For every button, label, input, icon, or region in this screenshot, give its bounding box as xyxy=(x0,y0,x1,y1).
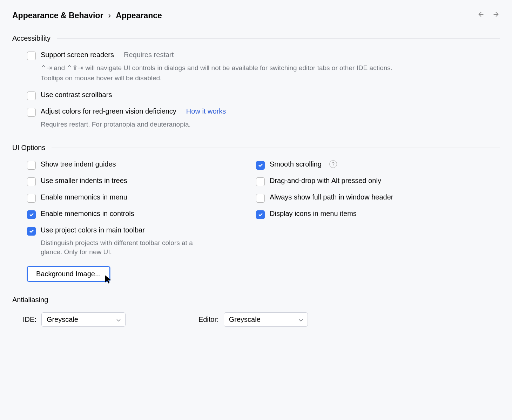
checkbox-smooth-scrolling[interactable] xyxy=(256,161,265,170)
checkbox-drag-drop-alt[interactable] xyxy=(256,177,265,186)
chevron-down-icon xyxy=(116,316,121,324)
label-smooth-scrolling: Smooth scrolling xyxy=(270,160,322,168)
checkbox-mnemonics-controls[interactable] xyxy=(27,210,36,219)
label-contrast-scrollbars: Use contrast scrollbars xyxy=(41,91,112,99)
label-full-path-header: Always show full path in window header xyxy=(270,193,393,201)
link-how-it-works[interactable]: How it works xyxy=(186,107,226,115)
description-project-colors: Distinguish projects with different tool… xyxy=(41,238,206,257)
label-editor-aa: Editor: xyxy=(198,316,219,324)
breadcrumb: Appearance & Behavior › Appearance xyxy=(12,11,162,20)
section-title-accessibility: Accessibility xyxy=(12,34,50,42)
select-editor-value: Greyscale xyxy=(229,316,261,324)
checkbox-full-path-header[interactable] xyxy=(256,194,265,203)
checkbox-support-readers[interactable] xyxy=(27,52,36,60)
nav-back-icon[interactable] xyxy=(477,11,485,20)
nav-forward-icon[interactable] xyxy=(492,11,500,20)
checkbox-tree-indent[interactable] xyxy=(27,161,36,170)
chevron-down-icon xyxy=(298,316,303,324)
checkbox-contrast-scrollbars[interactable] xyxy=(27,92,36,100)
label-project-colors: Use project colors in main toolbar xyxy=(41,226,145,234)
section-divider xyxy=(57,38,500,39)
section-title-ui-options: UI Options xyxy=(12,144,45,152)
label-drag-drop-alt: Drag-and-drop with Alt pressed only xyxy=(270,177,381,185)
breadcrumb-parent[interactable]: Appearance & Behavior xyxy=(12,11,103,20)
checkbox-mnemonics-menu[interactable] xyxy=(27,194,36,203)
help-icon[interactable]: ? xyxy=(329,160,337,168)
select-editor-aa[interactable]: Greyscale xyxy=(224,312,308,327)
label-mnemonics-controls: Enable mnemonics in controls xyxy=(41,210,134,218)
checkbox-project-colors[interactable] xyxy=(27,227,36,236)
select-ide-aa[interactable]: Greyscale xyxy=(41,312,126,327)
checkbox-color-adjust[interactable] xyxy=(27,108,36,117)
label-support-readers: Support screen readers xyxy=(41,51,114,59)
description-color-adjust: Requires restart. For protanopia and deu… xyxy=(41,120,409,130)
label-color-adjust: Adjust colors for red-green vision defic… xyxy=(41,107,176,115)
chevron-right-icon: › xyxy=(108,11,111,20)
checkbox-menu-icons[interactable] xyxy=(256,210,265,219)
label-tree-indent: Show tree indent guides xyxy=(41,160,116,168)
label-menu-icons: Display icons in menu items xyxy=(270,210,357,218)
section-title-antialiasing: Antialiasing xyxy=(12,296,48,304)
select-ide-value: Greyscale xyxy=(47,316,78,324)
section-divider xyxy=(54,300,500,300)
hint-requires-restart: Requires restart xyxy=(124,51,174,59)
section-divider xyxy=(52,148,500,148)
label-smaller-indents: Use smaller indents in trees xyxy=(41,177,127,185)
label-mnemonics-menu: Enable mnemonics in menu xyxy=(41,193,127,201)
label-ide-aa: IDE: xyxy=(23,316,36,324)
breadcrumb-current: Appearance xyxy=(116,11,162,20)
description-support-readers: ⌃⇥ and ⌃⇧⇥ will navigate UI controls in … xyxy=(41,63,409,83)
checkbox-smaller-indents[interactable] xyxy=(27,177,36,186)
background-image-button[interactable]: Background Image... xyxy=(27,266,110,282)
